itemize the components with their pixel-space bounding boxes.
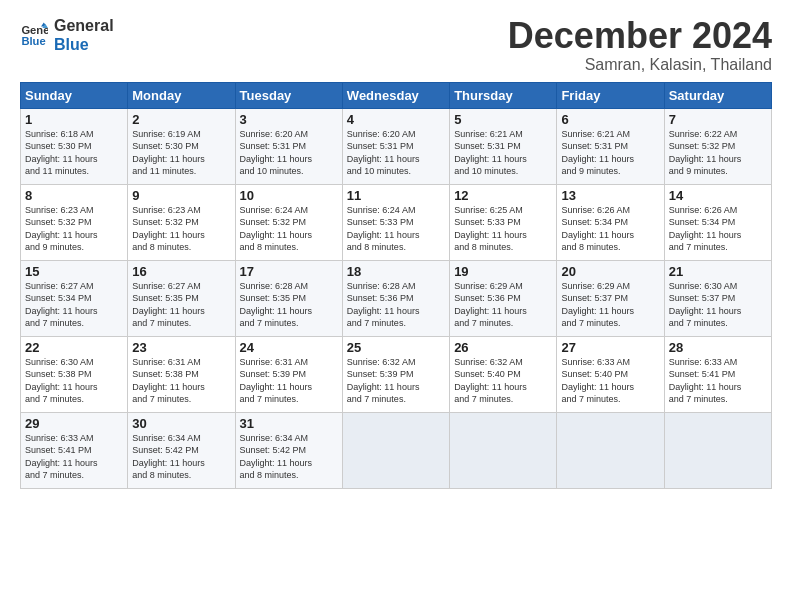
- header-row: General Blue General Blue December 2024 …: [20, 16, 772, 74]
- logo-icon: General Blue: [20, 21, 48, 49]
- day-info: Sunrise: 6:26 AM Sunset: 5:34 PM Dayligh…: [561, 204, 659, 254]
- day-info: Sunrise: 6:27 AM Sunset: 5:35 PM Dayligh…: [132, 280, 230, 330]
- calendar-cell: 9Sunrise: 6:23 AM Sunset: 5:32 PM Daylig…: [128, 184, 235, 260]
- day-number: 28: [669, 340, 767, 355]
- day-info: Sunrise: 6:33 AM Sunset: 5:41 PM Dayligh…: [25, 432, 123, 482]
- day-info: Sunrise: 6:19 AM Sunset: 5:30 PM Dayligh…: [132, 128, 230, 178]
- day-number: 10: [240, 188, 338, 203]
- day-info: Sunrise: 6:28 AM Sunset: 5:35 PM Dayligh…: [240, 280, 338, 330]
- calendar-header-thursday: Thursday: [450, 82, 557, 108]
- calendar-header-tuesday: Tuesday: [235, 82, 342, 108]
- day-number: 12: [454, 188, 552, 203]
- day-number: 18: [347, 264, 445, 279]
- calendar-cell: [557, 412, 664, 488]
- calendar-cell: 13Sunrise: 6:26 AM Sunset: 5:34 PM Dayli…: [557, 184, 664, 260]
- day-info: Sunrise: 6:20 AM Sunset: 5:31 PM Dayligh…: [347, 128, 445, 178]
- day-number: 24: [240, 340, 338, 355]
- day-number: 8: [25, 188, 123, 203]
- day-number: 7: [669, 112, 767, 127]
- day-number: 30: [132, 416, 230, 431]
- calendar-cell: 25Sunrise: 6:32 AM Sunset: 5:39 PM Dayli…: [342, 336, 449, 412]
- day-info: Sunrise: 6:21 AM Sunset: 5:31 PM Dayligh…: [561, 128, 659, 178]
- calendar-cell: 14Sunrise: 6:26 AM Sunset: 5:34 PM Dayli…: [664, 184, 771, 260]
- calendar-week-row: 8Sunrise: 6:23 AM Sunset: 5:32 PM Daylig…: [21, 184, 772, 260]
- calendar-header-row: SundayMondayTuesdayWednesdayThursdayFrid…: [21, 82, 772, 108]
- day-info: Sunrise: 6:33 AM Sunset: 5:41 PM Dayligh…: [669, 356, 767, 406]
- day-info: Sunrise: 6:31 AM Sunset: 5:39 PM Dayligh…: [240, 356, 338, 406]
- calendar-cell: 10Sunrise: 6:24 AM Sunset: 5:32 PM Dayli…: [235, 184, 342, 260]
- calendar-cell: 29Sunrise: 6:33 AM Sunset: 5:41 PM Dayli…: [21, 412, 128, 488]
- day-info: Sunrise: 6:30 AM Sunset: 5:38 PM Dayligh…: [25, 356, 123, 406]
- day-number: 21: [669, 264, 767, 279]
- calendar-cell: [450, 412, 557, 488]
- day-number: 22: [25, 340, 123, 355]
- logo: General Blue General Blue: [20, 16, 114, 54]
- svg-text:Blue: Blue: [21, 35, 45, 47]
- day-info: Sunrise: 6:24 AM Sunset: 5:32 PM Dayligh…: [240, 204, 338, 254]
- calendar-header-friday: Friday: [557, 82, 664, 108]
- calendar-cell: 26Sunrise: 6:32 AM Sunset: 5:40 PM Dayli…: [450, 336, 557, 412]
- calendar-cell: 24Sunrise: 6:31 AM Sunset: 5:39 PM Dayli…: [235, 336, 342, 412]
- calendar-cell: 15Sunrise: 6:27 AM Sunset: 5:34 PM Dayli…: [21, 260, 128, 336]
- day-number: 25: [347, 340, 445, 355]
- calendar-cell: 30Sunrise: 6:34 AM Sunset: 5:42 PM Dayli…: [128, 412, 235, 488]
- calendar-cell: 7Sunrise: 6:22 AM Sunset: 5:32 PM Daylig…: [664, 108, 771, 184]
- day-info: Sunrise: 6:28 AM Sunset: 5:36 PM Dayligh…: [347, 280, 445, 330]
- day-info: Sunrise: 6:31 AM Sunset: 5:38 PM Dayligh…: [132, 356, 230, 406]
- calendar-cell: 17Sunrise: 6:28 AM Sunset: 5:35 PM Dayli…: [235, 260, 342, 336]
- calendar-cell: 23Sunrise: 6:31 AM Sunset: 5:38 PM Dayli…: [128, 336, 235, 412]
- calendar-cell: 5Sunrise: 6:21 AM Sunset: 5:31 PM Daylig…: [450, 108, 557, 184]
- day-info: Sunrise: 6:25 AM Sunset: 5:33 PM Dayligh…: [454, 204, 552, 254]
- calendar-cell: 12Sunrise: 6:25 AM Sunset: 5:33 PM Dayli…: [450, 184, 557, 260]
- day-info: Sunrise: 6:21 AM Sunset: 5:31 PM Dayligh…: [454, 128, 552, 178]
- calendar-cell: 3Sunrise: 6:20 AM Sunset: 5:31 PM Daylig…: [235, 108, 342, 184]
- calendar-cell: 11Sunrise: 6:24 AM Sunset: 5:33 PM Dayli…: [342, 184, 449, 260]
- calendar-cell: 21Sunrise: 6:30 AM Sunset: 5:37 PM Dayli…: [664, 260, 771, 336]
- day-number: 17: [240, 264, 338, 279]
- subtitle: Samran, Kalasin, Thailand: [508, 56, 772, 74]
- calendar-week-row: 15Sunrise: 6:27 AM Sunset: 5:34 PM Dayli…: [21, 260, 772, 336]
- day-info: Sunrise: 6:23 AM Sunset: 5:32 PM Dayligh…: [132, 204, 230, 254]
- day-info: Sunrise: 6:27 AM Sunset: 5:34 PM Dayligh…: [25, 280, 123, 330]
- day-info: Sunrise: 6:34 AM Sunset: 5:42 PM Dayligh…: [132, 432, 230, 482]
- title-block: December 2024 Samran, Kalasin, Thailand: [508, 16, 772, 74]
- logo-line2: Blue: [54, 35, 114, 54]
- calendar-cell: 4Sunrise: 6:20 AM Sunset: 5:31 PM Daylig…: [342, 108, 449, 184]
- day-number: 9: [132, 188, 230, 203]
- calendar-week-row: 22Sunrise: 6:30 AM Sunset: 5:38 PM Dayli…: [21, 336, 772, 412]
- day-number: 27: [561, 340, 659, 355]
- day-number: 6: [561, 112, 659, 127]
- day-number: 5: [454, 112, 552, 127]
- day-info: Sunrise: 6:34 AM Sunset: 5:42 PM Dayligh…: [240, 432, 338, 482]
- calendar-header-wednesday: Wednesday: [342, 82, 449, 108]
- calendar-header-monday: Monday: [128, 82, 235, 108]
- calendar-cell: 1Sunrise: 6:18 AM Sunset: 5:30 PM Daylig…: [21, 108, 128, 184]
- calendar-cell: 18Sunrise: 6:28 AM Sunset: 5:36 PM Dayli…: [342, 260, 449, 336]
- day-number: 16: [132, 264, 230, 279]
- day-info: Sunrise: 6:32 AM Sunset: 5:40 PM Dayligh…: [454, 356, 552, 406]
- day-number: 1: [25, 112, 123, 127]
- day-number: 29: [25, 416, 123, 431]
- calendar-cell: [664, 412, 771, 488]
- day-number: 19: [454, 264, 552, 279]
- day-info: Sunrise: 6:24 AM Sunset: 5:33 PM Dayligh…: [347, 204, 445, 254]
- day-info: Sunrise: 6:22 AM Sunset: 5:32 PM Dayligh…: [669, 128, 767, 178]
- day-info: Sunrise: 6:20 AM Sunset: 5:31 PM Dayligh…: [240, 128, 338, 178]
- day-info: Sunrise: 6:33 AM Sunset: 5:40 PM Dayligh…: [561, 356, 659, 406]
- day-info: Sunrise: 6:23 AM Sunset: 5:32 PM Dayligh…: [25, 204, 123, 254]
- calendar-cell: 2Sunrise: 6:19 AM Sunset: 5:30 PM Daylig…: [128, 108, 235, 184]
- calendar-cell: 19Sunrise: 6:29 AM Sunset: 5:36 PM Dayli…: [450, 260, 557, 336]
- day-info: Sunrise: 6:29 AM Sunset: 5:36 PM Dayligh…: [454, 280, 552, 330]
- calendar-cell: [342, 412, 449, 488]
- calendar-cell: 27Sunrise: 6:33 AM Sunset: 5:40 PM Dayli…: [557, 336, 664, 412]
- day-number: 14: [669, 188, 767, 203]
- calendar-header-sunday: Sunday: [21, 82, 128, 108]
- calendar-header-saturday: Saturday: [664, 82, 771, 108]
- calendar-cell: 16Sunrise: 6:27 AM Sunset: 5:35 PM Dayli…: [128, 260, 235, 336]
- day-number: 20: [561, 264, 659, 279]
- calendar-cell: 31Sunrise: 6:34 AM Sunset: 5:42 PM Dayli…: [235, 412, 342, 488]
- day-number: 31: [240, 416, 338, 431]
- day-number: 3: [240, 112, 338, 127]
- day-number: 15: [25, 264, 123, 279]
- calendar-cell: 8Sunrise: 6:23 AM Sunset: 5:32 PM Daylig…: [21, 184, 128, 260]
